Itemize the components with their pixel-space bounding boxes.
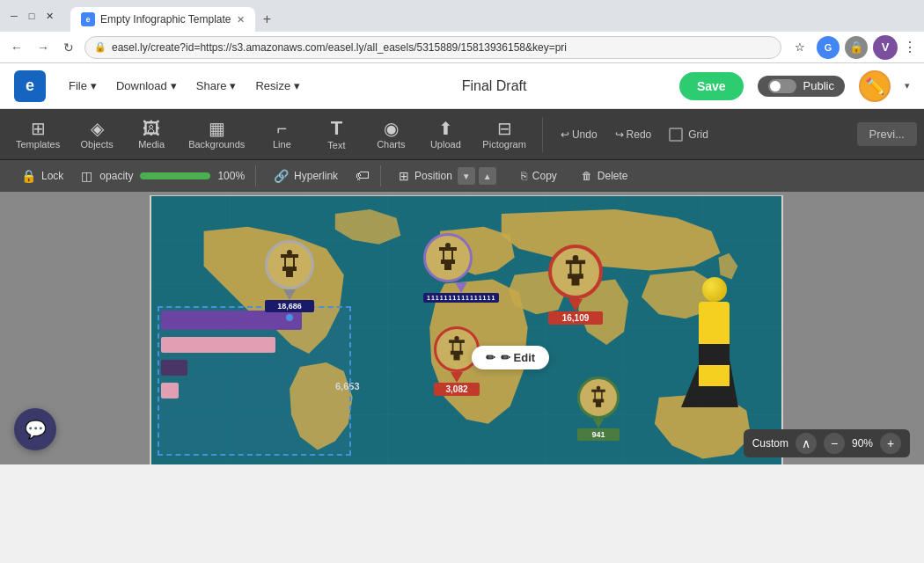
browser-menu-button[interactable]: ⋮ <box>903 39 917 55</box>
toolbar-item-text[interactable]: T Text <box>310 113 363 156</box>
svg-point-32 <box>573 255 579 261</box>
app-header: e File ▾ Download ▾ Share ▾ Resize ▾ Fin… <box>0 63 924 109</box>
download-menu-button[interactable]: Download ▾ <box>107 74 186 98</box>
zoom-chevron-button[interactable]: ∧ <box>796 433 817 454</box>
toolbar-item-media[interactable]: 🖼 Media <box>125 114 178 155</box>
google-extension[interactable]: G <box>817 36 840 59</box>
svg-rect-41 <box>594 391 596 400</box>
document-title[interactable]: Final Draft <box>323 78 665 94</box>
delete-icon: 🗑 <box>582 170 592 182</box>
preview-button[interactable]: Previ... <box>857 122 917 146</box>
forward-button[interactable]: → <box>33 37 53 58</box>
text-label: Text <box>327 140 345 150</box>
user-avatar-button[interactable]: ✏️ <box>859 70 891 102</box>
svg-point-38 <box>454 336 458 340</box>
tab-bar: e Empty Infographic Template ✕ + <box>63 0 917 32</box>
window-controls[interactable]: ─ □ ✕ <box>7 9 56 23</box>
position-buttons: ▼ ▲ <box>458 167 496 185</box>
undo-button[interactable]: ↩ Undo <box>554 125 605 144</box>
chat-button[interactable]: 💬 <box>14 408 56 450</box>
maximize-button[interactable]: □ <box>25 9 39 23</box>
share-menu-button[interactable]: Share ▾ <box>187 74 246 98</box>
opacity-fill <box>140 172 210 179</box>
bookmark-button[interactable]: ☆ <box>788 36 811 59</box>
tag-icon: 🏷 <box>356 168 370 184</box>
url-field[interactable]: 🔒 easel.ly/create?id=https://s3.amazonaw… <box>84 36 781 59</box>
toolbar-item-objects[interactable]: ◈ Objects <box>70 114 123 155</box>
copy-button[interactable]: ⎘ Copy <box>514 167 564 185</box>
zoom-in-button[interactable]: + <box>880 433 901 454</box>
svg-point-26 <box>445 243 451 248</box>
active-tab[interactable]: e Empty Infographic Template ✕ <box>70 7 255 32</box>
close-button[interactable]: ✕ <box>42 9 56 23</box>
map-pin-dotted[interactable]: 1111111111111111 <box>423 233 499 303</box>
back-button[interactable]: ← <box>7 37 26 58</box>
extension-2[interactable]: 🔒 <box>845 36 868 59</box>
browser-actions: ☆ G 🔒 V ⋮ <box>788 35 917 60</box>
toggle-track[interactable] <box>768 79 796 93</box>
profile-button[interactable]: V <box>873 35 898 60</box>
tab-close-button[interactable]: ✕ <box>237 14 245 26</box>
toolbar-item-charts[interactable]: ◉ Charts <box>364 114 417 155</box>
line-icon: ⌐ <box>277 120 288 137</box>
hyperlink-control[interactable]: 🔗 Hyperlink <box>267 166 345 186</box>
position-control[interactable]: ⊞ Position ▼ ▲ <box>392 165 503 187</box>
save-button[interactable]: Save <box>679 72 744 100</box>
svg-point-44 <box>597 386 601 391</box>
toolbar-item-upload[interactable]: ⬆ Upload <box>419 114 472 155</box>
grid-checkbox[interactable] <box>669 128 683 142</box>
undo-icon: ↩ <box>561 128 569 141</box>
pictogram-icon: ⊟ <box>497 120 512 137</box>
templates-icon: ⊞ <box>31 120 46 137</box>
media-icon: 🖼 <box>143 120 160 137</box>
redo-button[interactable]: ↪ Redo <box>608 125 659 144</box>
public-toggle[interactable]: Public <box>758 76 845 97</box>
svg-rect-18 <box>293 256 295 268</box>
media-label: Media <box>138 139 165 150</box>
minimize-button[interactable]: ─ <box>7 9 21 23</box>
edit-popup[interactable]: ✏ ✏ Edit <box>472 346 549 369</box>
svg-rect-17 <box>284 256 286 268</box>
value-label-6653: 6,653 <box>335 381 360 391</box>
address-bar: ← → ↻ 🔒 easel.ly/create?id=https://s3.am… <box>0 32 924 63</box>
backgrounds-label: Backgrounds <box>188 139 245 150</box>
infographic-canvas[interactable]: 6,653 18,686 1111111111111111 <box>150 195 783 464</box>
lock-control[interactable]: 🔒 Lock <box>14 166 70 186</box>
backgrounds-icon: ▦ <box>209 120 225 137</box>
toolbar-item-line[interactable]: ⌐ Line <box>255 114 308 155</box>
toolbar-item-templates[interactable]: ⊞ Templates <box>7 114 69 155</box>
svg-rect-24 <box>451 249 453 261</box>
avatar-chevron-icon[interactable]: ▾ <box>905 80 910 91</box>
charts-icon: ◉ <box>384 120 399 137</box>
tab-title: Empty Infographic Template <box>100 13 231 26</box>
svg-rect-29 <box>569 262 571 276</box>
redo-icon: ↪ <box>615 128 624 141</box>
bar-chart-overlay <box>161 311 337 406</box>
position-up-button[interactable]: ▲ <box>479 167 496 185</box>
grid-toggle[interactable]: Grid <box>660 124 717 145</box>
resize-menu-button[interactable]: Resize ▾ <box>246 74 309 98</box>
hyperlink-label: Hyperlink <box>294 170 338 182</box>
svg-rect-21 <box>444 263 451 270</box>
map-pin-18686[interactable]: 18,686 <box>265 240 314 323</box>
new-tab-button[interactable]: + <box>255 7 280 32</box>
delete-button[interactable]: 🗑 Delete <box>575 167 635 185</box>
position-label: Position <box>414 170 452 182</box>
toolbar: ⊞ Templates ◈ Objects 🖼 Media ▦ Backgrou… <box>0 109 924 160</box>
zoom-out-button[interactable]: − <box>824 433 845 454</box>
svg-rect-30 <box>579 262 581 276</box>
toolbar-item-backgrounds[interactable]: ▦ Backgrounds <box>180 114 253 155</box>
refresh-button[interactable]: ↻ <box>60 37 77 58</box>
opacity-control[interactable]: ◫ opacity 100% <box>81 169 245 183</box>
file-menu-button[interactable]: File ▾ <box>60 74 106 98</box>
toolbar-item-pictogram[interactable]: ⊟ Pictogram <box>473 114 535 155</box>
toolbar-divider <box>542 117 543 152</box>
position-down-button[interactable]: ▼ <box>458 167 475 185</box>
lock-label: Lock <box>41 170 63 182</box>
map-pin-941[interactable]: 941 <box>577 377 620 441</box>
canvas-area[interactable]: 6,653 18,686 1111111111111111 <box>0 192 924 464</box>
map-pin-16109[interactable]: 16,109 <box>548 245 603 325</box>
copy-icon: ⎘ <box>521 170 527 182</box>
opacity-track[interactable] <box>140 172 210 179</box>
download-chevron-icon: ▾ <box>171 79 177 92</box>
